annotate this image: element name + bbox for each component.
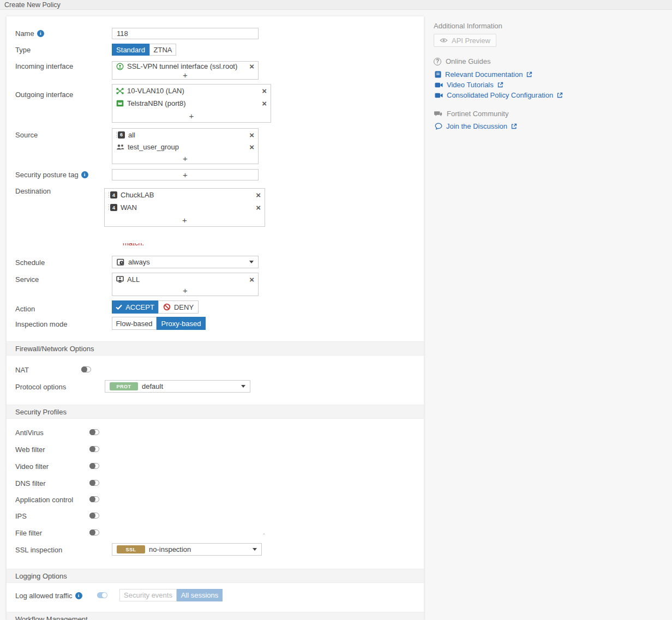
log-mode-segmented: Security events All sessions xyxy=(119,589,223,601)
type-ztna-button[interactable]: ZTNA xyxy=(149,44,176,56)
nat-label: NAT xyxy=(15,365,29,375)
item-label: SSL-VPN tunnel interface (ssl.root) xyxy=(127,62,237,70)
schedule-label: Schedule xyxy=(15,257,45,267)
video-icon xyxy=(435,82,443,88)
vlan-icon xyxy=(116,88,124,94)
antivirus-label: AntiVirus xyxy=(15,428,44,437)
log-allowed-traffic-toggle[interactable] xyxy=(97,592,107,598)
incoming-interface-label: Incoming interface xyxy=(15,61,73,71)
remove-icon[interactable]: × xyxy=(262,87,267,95)
caret-down-icon xyxy=(249,261,254,263)
schedule-select[interactable]: always xyxy=(112,256,259,268)
item-label: test_user_group xyxy=(128,143,179,151)
remove-icon[interactable]: × xyxy=(249,131,254,139)
web-filter-label: Web filter xyxy=(15,444,45,454)
page-header: Create New Policy xyxy=(0,0,672,10)
protocol-options-select[interactable]: PROT default xyxy=(105,380,250,393)
nat-toggle[interactable] xyxy=(81,366,91,372)
remove-icon[interactable]: × xyxy=(249,275,254,284)
clipped-warning-text: match. xyxy=(123,243,144,248)
video-filter-label: Video filter xyxy=(15,461,49,471)
ssl-inspection-value: no-inspection xyxy=(149,545,191,553)
list-item[interactable]: 4 WAN × xyxy=(105,201,265,214)
consolidated-policy-configuration-link[interactable]: Consolidated Policy Configuration xyxy=(435,91,563,99)
video-tutorials-link[interactable]: Video Tutorials xyxy=(435,81,503,89)
fortinet-community-title: Fortinet Community xyxy=(434,110,508,118)
protocol-value: default xyxy=(142,382,163,390)
video-filter-toggle[interactable] xyxy=(89,463,99,469)
ips-toggle[interactable] xyxy=(89,513,99,519)
application-control-toggle[interactable] xyxy=(89,496,99,502)
dns-filter-toggle[interactable] xyxy=(89,480,99,486)
outgoing-interface-box: 10-VLAN10 (LAN) × TelstraNBN (port8) × + xyxy=(112,84,271,123)
ssl-badge: SSL xyxy=(117,545,145,553)
remove-icon[interactable]: × xyxy=(256,191,261,199)
address-icon: 4 xyxy=(110,204,117,211)
question-icon: ? xyxy=(434,58,441,65)
service-icon xyxy=(116,276,124,283)
item-label: TelstraNBN (port8) xyxy=(127,99,186,107)
name-input[interactable] xyxy=(112,28,259,39)
info-icon[interactable]: i xyxy=(75,592,82,599)
all-sessions-button[interactable]: All sessions xyxy=(177,589,223,601)
list-item[interactable]: SSL-VPN tunnel interface (ssl.root) × xyxy=(112,62,258,71)
remove-icon[interactable]: × xyxy=(256,203,261,212)
file-filter-toggle[interactable] xyxy=(89,529,99,535)
item-label: ChuckLAB xyxy=(121,191,154,199)
web-filter-toggle[interactable] xyxy=(89,446,99,452)
api-preview-button[interactable]: API Preview xyxy=(434,34,496,47)
add-source-button[interactable]: + xyxy=(112,153,258,164)
ssl-inspection-select[interactable]: SSL no-inspection xyxy=(112,543,262,556)
speech-bubble-icon xyxy=(435,123,442,130)
check-icon xyxy=(116,304,122,310)
security-posture-tag-label: Security posture tag i xyxy=(15,170,88,179)
flow-based-button[interactable]: Flow-based xyxy=(112,317,157,330)
section-firewall-network-options: Firewall/Network Options xyxy=(7,341,424,356)
add-outgoing-interface-button[interactable]: + xyxy=(112,110,271,122)
remove-icon[interactable]: × xyxy=(262,99,267,107)
name-label: Name i xyxy=(15,28,44,38)
action-segmented: ACCEPT DENY xyxy=(112,300,199,314)
service-label: Service xyxy=(15,274,39,284)
type-segmented: Standard ZTNA xyxy=(112,44,176,56)
ssl-inspection-label: SSL inspection xyxy=(15,545,62,555)
info-icon[interactable]: i xyxy=(81,171,88,178)
type-standard-button[interactable]: Standard xyxy=(112,44,149,56)
caret-down-icon xyxy=(253,548,257,551)
list-item[interactable]: 6 all × xyxy=(112,129,258,141)
list-item[interactable]: 10-VLAN10 (LAN) × xyxy=(112,85,271,97)
add-destination-button[interactable]: + xyxy=(105,214,265,226)
inspection-mode-label: Inspection mode xyxy=(15,319,67,329)
accept-button[interactable]: ACCEPT xyxy=(112,300,158,314)
security-events-button[interactable]: Security events xyxy=(119,589,177,601)
relevant-documentation-link[interactable]: Relevant Documentation xyxy=(435,70,532,79)
add-posture-tag-button[interactable]: + xyxy=(112,170,258,180)
ssl-vpn-tunnel-icon xyxy=(116,63,124,70)
proxy-based-button[interactable]: Proxy-based xyxy=(157,317,206,330)
info-icon[interactable]: i xyxy=(37,30,44,37)
deny-button[interactable]: DENY xyxy=(158,300,199,314)
log-allowed-traffic-label: Log allowed traffic i xyxy=(15,591,82,600)
item-label: all xyxy=(128,131,135,139)
join-the-discussion-link[interactable]: Join the Discussion xyxy=(435,122,517,130)
policy-form-panel: Name i Type Standard ZTNA Incoming inter… xyxy=(7,16,424,620)
protocol-badge: PROT xyxy=(110,382,138,390)
chat-bubbles-icon xyxy=(434,111,442,117)
add-incoming-interface-button[interactable]: + xyxy=(112,71,258,79)
external-link-icon xyxy=(511,123,517,129)
caret-down-icon xyxy=(241,385,245,388)
remove-icon[interactable]: × xyxy=(249,143,254,151)
external-link-icon xyxy=(526,71,532,77)
protocol-options-label: Protocol options xyxy=(15,382,66,392)
remove-icon[interactable]: × xyxy=(249,62,254,70)
additional-information-title: Additional Information xyxy=(434,22,502,30)
schedule-value: always xyxy=(128,258,150,266)
list-item[interactable]: test_user_group × xyxy=(112,141,258,153)
antivirus-toggle[interactable] xyxy=(89,429,99,435)
list-item[interactable]: 4 ChuckLAB × xyxy=(105,189,265,201)
item-label: 10-VLAN10 (LAN) xyxy=(127,87,184,95)
list-item[interactable]: TelstraNBN (port8) × xyxy=(112,97,271,110)
inspection-mode-segmented: Flow-based Proxy-based xyxy=(112,317,206,330)
list-item[interactable]: ALL × xyxy=(112,273,258,285)
add-service-button[interactable]: + xyxy=(112,285,258,296)
